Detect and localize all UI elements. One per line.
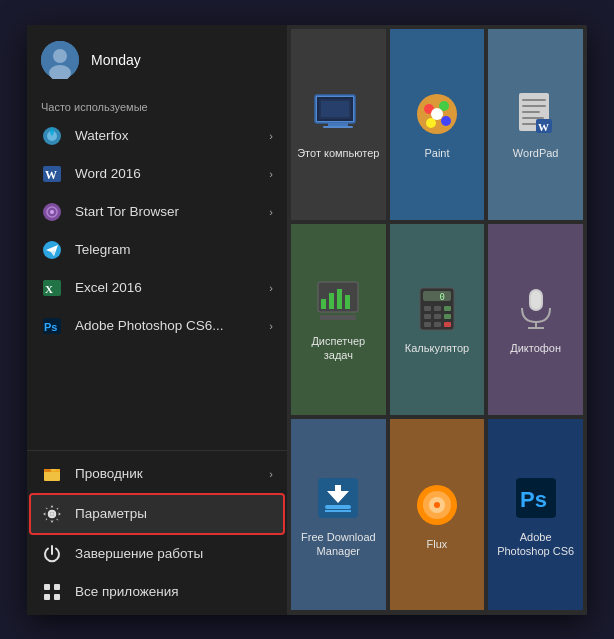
svg-rect-49 [320, 315, 356, 320]
svg-rect-61 [444, 322, 451, 327]
tile-computer[interactable]: Этот компьютер [291, 29, 386, 220]
ps-icon: Ps [41, 315, 63, 337]
menu-item-shutdown-label: Завершение работы [75, 546, 203, 561]
svg-rect-41 [522, 123, 538, 125]
telegram-icon [41, 239, 63, 261]
menu-item-word2016[interactable]: W Word 2016 › [27, 155, 287, 193]
menu-item-tor-label: Start Tor Browser [75, 204, 179, 219]
tile-taskmanager-label: Диспетчер задач [297, 334, 380, 363]
svg-text:W: W [45, 168, 57, 182]
tor-icon [41, 201, 63, 223]
menu-item-waterfox[interactable]: Waterfox › [27, 117, 287, 155]
menu-item-allapps[interactable]: Все приложения [27, 573, 287, 611]
photoshop-tile-icon: Ps [510, 472, 562, 524]
taskmanager-icon [312, 276, 364, 328]
menu-item-ps[interactable]: Ps Adobe Photoshop CS6... › [27, 307, 287, 345]
tile-calculator[interactable]: 0 Калькулятор [390, 224, 485, 415]
ps-arrow: › [269, 320, 273, 332]
svg-rect-60 [434, 322, 441, 327]
tile-fdm[interactable]: Free Download Manager [291, 419, 386, 610]
svg-rect-45 [321, 299, 326, 309]
svg-point-73 [434, 502, 440, 508]
tile-wordpad-label: WordPad [513, 146, 559, 160]
svg-rect-26 [328, 123, 348, 126]
tile-wordpad[interactable]: W WordPad [488, 29, 583, 220]
menu-item-explorer[interactable]: Проводник › [27, 455, 287, 493]
waterfox-icon [41, 125, 63, 147]
svg-text:Ps: Ps [520, 487, 547, 512]
tile-computer-label: Этот компьютер [297, 146, 379, 160]
avatar [41, 41, 79, 79]
menu-item-explorer-label: Проводник [75, 466, 143, 481]
menu-item-settings-label: Параметры [75, 506, 147, 521]
svg-rect-20 [44, 584, 50, 590]
tile-photoshop-label: Adobe Photoshop CS6 [494, 530, 577, 559]
svg-rect-16 [44, 469, 51, 472]
section-label: Часто используемые [27, 95, 287, 117]
bottom-items: Проводник › [27, 450, 287, 615]
svg-rect-51 [423, 291, 451, 301]
dictaphone-icon [510, 283, 562, 335]
svg-point-33 [441, 116, 451, 126]
tile-photoshop[interactable]: Ps Adobe Photoshop CS6 [488, 419, 583, 610]
wordpad-icon: W [510, 88, 562, 140]
explorer-icon [41, 463, 63, 485]
svg-rect-58 [444, 314, 451, 319]
user-section[interactable]: Monday [27, 25, 287, 95]
svg-point-35 [431, 108, 443, 120]
explorer-arrow: › [269, 468, 273, 480]
tile-dictaphone-label: Диктофон [510, 341, 561, 355]
calculator-icon: 0 [411, 283, 463, 335]
svg-rect-27 [323, 126, 353, 128]
svg-rect-29 [321, 101, 349, 117]
svg-rect-54 [434, 306, 441, 311]
svg-rect-68 [325, 505, 351, 509]
menu-item-ps-label: Adobe Photoshop CS6... [75, 318, 224, 333]
svg-point-9 [50, 210, 54, 214]
tile-dictaphone[interactable]: Диктофон [488, 224, 583, 415]
svg-rect-40 [522, 117, 544, 119]
menu-item-shutdown[interactable]: Завершение работы [27, 535, 287, 573]
start-menu: Monday Часто используемые Waterfox › W [27, 25, 587, 615]
flux-icon [411, 479, 463, 531]
computer-icon [312, 88, 364, 140]
tile-flux-label: Flux [427, 537, 448, 551]
word-arrow: › [269, 168, 273, 180]
menu-item-excel-label: Excel 2016 [75, 280, 142, 295]
svg-text:Ps: Ps [44, 321, 57, 333]
waterfox-arrow: › [269, 130, 273, 142]
svg-rect-23 [54, 594, 60, 600]
svg-rect-57 [434, 314, 441, 319]
menu-item-excel[interactable]: X Excel 2016 › [27, 269, 287, 307]
tile-paint[interactable]: Paint [390, 29, 485, 220]
svg-rect-55 [444, 306, 451, 311]
menu-item-tor[interactable]: Start Tor Browser › [27, 193, 287, 231]
svg-rect-47 [337, 289, 342, 309]
menu-item-telegram-label: Telegram [75, 242, 131, 257]
svg-rect-56 [424, 314, 431, 319]
svg-rect-48 [345, 295, 350, 309]
svg-point-34 [426, 118, 436, 128]
tile-flux[interactable]: Flux [390, 419, 485, 610]
settings-icon [41, 503, 63, 525]
tile-paint-label: Paint [424, 146, 449, 160]
tile-taskmanager[interactable]: Диспетчер задач [291, 224, 386, 415]
svg-rect-46 [329, 293, 334, 309]
fdm-icon [312, 472, 364, 524]
menu-item-settings[interactable]: Параметры [31, 495, 283, 533]
svg-rect-53 [424, 306, 431, 311]
menu-item-allapps-label: Все приложения [75, 584, 179, 599]
username: Monday [91, 52, 141, 68]
menu-item-telegram[interactable]: Telegram [27, 231, 287, 269]
power-icon [41, 543, 63, 565]
svg-rect-39 [522, 111, 540, 113]
tor-arrow: › [269, 206, 273, 218]
tile-fdm-label: Free Download Manager [297, 530, 380, 559]
tiles-panel: Этот компьютер Paint [287, 25, 587, 615]
excel-icon: X [41, 277, 63, 299]
svg-rect-21 [54, 584, 60, 590]
word-icon: W [41, 163, 63, 185]
svg-text:X: X [45, 283, 53, 295]
svg-point-19 [50, 512, 54, 516]
svg-point-1 [53, 49, 67, 63]
